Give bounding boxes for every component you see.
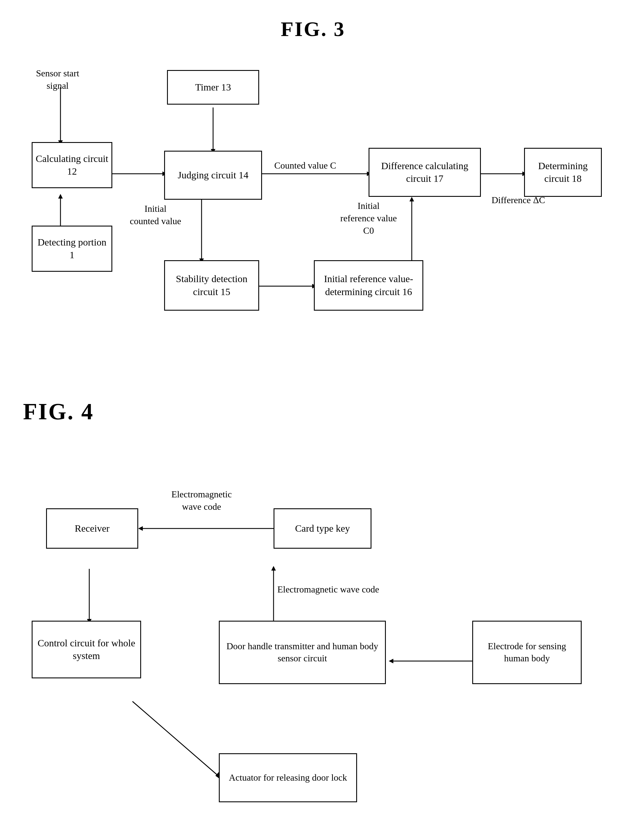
actuator-box: Actuator for releasing door lock [219,753,357,802]
svg-line-27 [133,702,219,776]
svg-marker-16 [410,197,414,201]
calculating-box: Calculating circuit 12 [32,142,112,188]
fig3-title: FIG. 3 [23,17,603,41]
door-handle-box: Door handle transmitter and human body s… [219,621,386,684]
svg-marker-24 [389,659,393,663]
svg-marker-22 [271,566,276,571]
receiver-box: Receiver [46,508,138,549]
difference-box: Difference calculating circuit 17 [369,148,481,197]
fig3-container: FIG. 3 [23,17,603,370]
judging-box: Judging circuit 14 [164,151,262,200]
svg-marker-20 [138,526,143,531]
fig3-diagram: Sensor start signal Timer 13 Calculating… [23,53,603,370]
em-wave2-label: Electromagnetic wave code [274,583,383,596]
electrode-box: Electrode for sensing human body [472,621,582,684]
em-wave1-label: Electromagnetic wave code [161,488,242,513]
initial-counted-label: Initial counted value [130,203,182,228]
counted-value-label: Counted value C [265,159,346,172]
sensor-start-label: Sensor start signal [32,67,83,92]
initial-ref-box: Initial reference value-determining circ… [314,260,423,311]
difference-delta-label: Difference ΔC [490,194,547,206]
detecting-box: Detecting portion 1 [32,226,112,272]
stability-box: Stability detection circuit 15 [164,260,259,311]
fig4-diagram: Electromagnetic wave code Receiver Card … [23,442,603,840]
fig4-title: FIG. 4 [23,399,603,425]
initial-ref-value-label: Initial reference value C0 [340,200,398,237]
timer-box: Timer 13 [167,70,259,105]
svg-marker-7 [58,194,63,199]
fig4-container: FIG. 4 Electromagnetic wave code Receive… [23,399,603,840]
card-key-box: Card type key [274,508,371,549]
control-box: Control circuit for whole system [32,621,141,678]
determining-box: Determining circuit 18 [524,148,602,197]
